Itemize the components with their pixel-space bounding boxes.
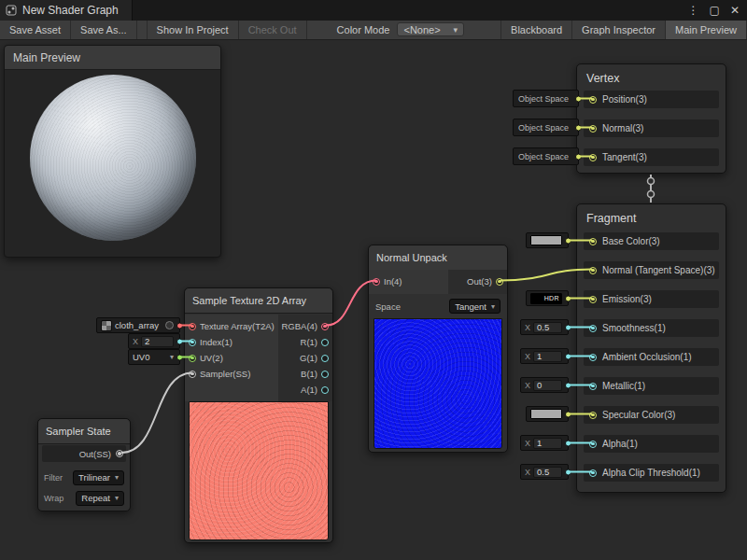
value-input[interactable]: 1 (533, 351, 562, 362)
value-input[interactable]: 0 (533, 380, 562, 391)
value-input[interactable]: 1 (533, 438, 562, 449)
main-preview-toggle[interactable]: Main Preview (666, 21, 747, 39)
value-input[interactable]: 0.5 (533, 322, 562, 333)
uv-channel-dropdown[interactable]: UV0 ▾ (128, 349, 180, 365)
texture-array-port[interactable] (189, 323, 196, 330)
output-out-ss[interactable]: Out(SS) (42, 445, 126, 462)
cloth-array-field[interactable]: cloth_array (96, 317, 180, 333)
normal-unpack-node[interactable]: Normal Unpack In(4) Out(3) Space Tangent… (368, 245, 508, 453)
hdr-color-swatch[interactable]: HDR (530, 293, 562, 304)
g-port[interactable] (321, 355, 329, 362)
fragment-row-smoothness[interactable]: Smoothness(1) (584, 319, 719, 337)
out-ss-port[interactable] (116, 450, 123, 457)
close-icon[interactable]: ✕ (730, 0, 740, 21)
metallic-port[interactable] (589, 383, 597, 390)
object-space-node[interactable]: Object Space (513, 119, 579, 136)
sampler-state-node[interactable]: Sampler State Out(SS) Filter Trilinear ▾… (37, 418, 131, 511)
main-preview-header[interactable]: Main Preview (5, 46, 220, 70)
a-port[interactable] (321, 386, 329, 394)
port-label: Emission(3) (602, 294, 652, 304)
fragment-row-normal[interactable]: Normal (Tangent Space)(3) (584, 261, 719, 279)
toolbar: Save Asset Save As... Show In Project Ch… (0, 21, 747, 40)
input-texture-array[interactable]: Texture Array(T2A) (189, 318, 277, 334)
out-port[interactable] (496, 278, 503, 286)
vertex-row-normal[interactable]: Normal(3) (584, 119, 719, 137)
fragment-row-alpha[interactable]: Alpha(1) (584, 435, 719, 453)
object-space-node[interactable]: Object Space (513, 90, 579, 107)
index-port[interactable] (189, 339, 196, 346)
b-port[interactable] (321, 371, 329, 378)
tangent-port[interactable] (589, 154, 597, 161)
more-icon[interactable]: ⋮ (688, 0, 699, 21)
alpha-port[interactable] (589, 441, 597, 448)
vertex-node[interactable]: Vertex Position(3) Normal(3) Tangent(3) (576, 63, 726, 174)
index-field[interactable]: X 2 (128, 333, 180, 349)
value-input[interactable]: 2 (141, 336, 174, 347)
space-dropdown[interactable]: Tangent ▾ (449, 299, 500, 314)
object-picker-icon[interactable] (165, 321, 174, 329)
show-in-project-button[interactable]: Show In Project (147, 21, 239, 39)
fragment-node-title: Fragment (577, 204, 726, 230)
ambient-occlusion-field[interactable]: X 1 (520, 348, 569, 364)
emission-field[interactable]: HDR (526, 290, 569, 306)
in-port[interactable] (373, 278, 380, 286)
uv-port[interactable] (189, 355, 196, 362)
position-port[interactable] (589, 96, 597, 104)
output-b[interactable]: B(1) (280, 366, 329, 382)
input-in[interactable]: In(4) (373, 273, 445, 289)
output-a[interactable]: A(1) (280, 382, 329, 398)
sample-texture-2d-array-node[interactable]: Sample Texture 2D Array Texture Array(T2… (184, 287, 333, 543)
alpha-field[interactable]: X 1 (520, 435, 569, 451)
sample-node-title: Sample Texture 2D Array (185, 288, 332, 314)
normal-port[interactable] (589, 125, 597, 133)
fragment-row-emission[interactable]: Emission(3) (584, 290, 719, 308)
input-sampler[interactable]: Sampler(SS) (189, 366, 277, 382)
specular-color-port[interactable] (589, 412, 597, 419)
filter-label: Filter (44, 473, 63, 483)
smoothness-field[interactable]: X 0.5 (520, 319, 569, 335)
emission-port[interactable] (589, 296, 597, 303)
object-space-node[interactable]: Object Space (513, 147, 579, 165)
color-swatch[interactable] (530, 235, 562, 245)
color-swatch[interactable] (530, 409, 562, 419)
vertex-row-tangent[interactable]: Tangent(3) (584, 148, 719, 166)
wrap-dropdown[interactable]: Repeat ▾ (76, 491, 124, 506)
base-color-port[interactable] (589, 238, 597, 245)
fragment-row-ambient-occlusion[interactable]: Ambient Occlusion(1) (584, 348, 719, 366)
fragment-row-metallic[interactable]: Metallic(1) (584, 377, 719, 395)
filter-dropdown[interactable]: Trilinear ▾ (73, 470, 124, 485)
value-input[interactable]: 0.5 (533, 467, 562, 478)
blackboard-toggle[interactable]: Blackboard (500, 21, 572, 39)
input-uv[interactable]: UV(2) (189, 350, 277, 366)
base-color-field[interactable] (526, 232, 569, 248)
normal-tangent-space-port[interactable] (589, 267, 597, 274)
fragment-row-alpha-clip-threshold[interactable]: Alpha Clip Threshold(1) (584, 464, 719, 482)
metallic-field[interactable]: X 0 (520, 377, 569, 393)
chevron-down-icon: ▾ (454, 25, 458, 35)
chevron-down-icon: ▾ (115, 473, 119, 482)
save-as-button[interactable]: Save As... (71, 21, 137, 39)
ambient-occlusion-port[interactable] (589, 354, 597, 361)
tab-new-shader-graph[interactable]: New Shader Graph (0, 0, 133, 21)
r-port[interactable] (321, 339, 329, 346)
save-asset-button[interactable]: Save Asset (0, 21, 71, 39)
specular-color-field[interactable] (526, 406, 569, 422)
output-r[interactable]: R(1) (280, 334, 329, 350)
output-g[interactable]: G(1) (280, 350, 329, 366)
rgba-port[interactable] (321, 323, 329, 330)
maximize-icon[interactable]: ▢ (710, 0, 720, 21)
vertex-row-position[interactable]: Position(3) (584, 91, 719, 108)
sampler-port[interactable] (189, 371, 196, 378)
alpha-clip-threshold-field[interactable]: X 0.5 (520, 464, 569, 480)
fragment-row-base-color[interactable]: Base Color(3) (584, 232, 719, 250)
fragment-row-specular-color[interactable]: Specular Color(3) (584, 406, 719, 424)
port-label: UV(2) (200, 353, 223, 363)
alpha-clip-threshold-port[interactable] (589, 469, 597, 477)
graph-inspector-toggle[interactable]: Graph Inspector (572, 21, 666, 39)
input-index[interactable]: Index(1) (189, 334, 277, 350)
smoothness-port[interactable] (589, 325, 597, 332)
fragment-node[interactable]: Fragment Base Color(3) Normal (Tangent S… (576, 203, 726, 493)
color-mode-dropdown[interactable]: <None> ▾ (397, 22, 464, 36)
output-out[interactable]: Out(3) (449, 273, 503, 289)
output-rgba[interactable]: RGBA(4) (280, 318, 329, 334)
